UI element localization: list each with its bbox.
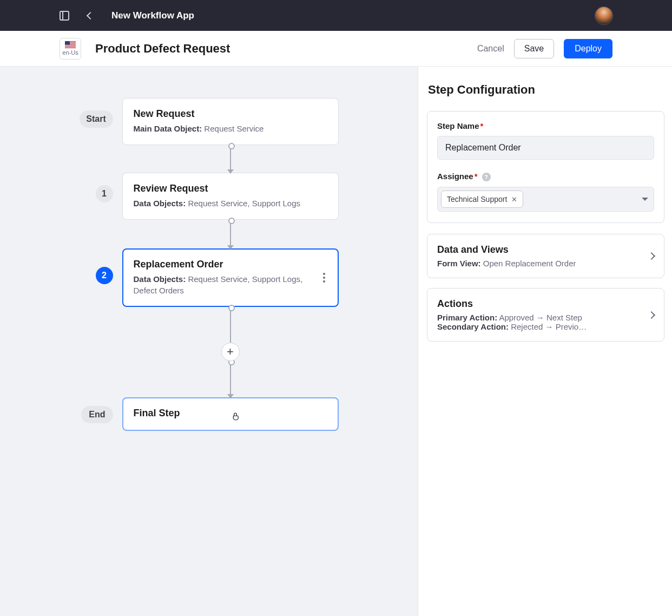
step-badge-1: 1: [96, 185, 113, 202]
card-subtitle: Data Objects: Request Service, Support L…: [134, 273, 317, 297]
nav-subtitle-secondary: Secondary Action: Rejected → Previo…: [437, 322, 649, 331]
us-flag-icon: [65, 41, 76, 48]
start-badge: Start: [80, 110, 113, 128]
remove-chip-icon[interactable]: ✕: [511, 195, 517, 204]
step-config-card: Step Name* Assignee* ? Technical Support…: [427, 111, 664, 223]
chevron-right-icon: [648, 311, 655, 318]
nav-title: Data and Views: [437, 244, 649, 255]
locale-selector[interactable]: en-Us: [60, 38, 81, 60]
locale-label: en-Us: [62, 49, 78, 56]
deploy-button[interactable]: Deploy: [564, 39, 612, 58]
add-step-button[interactable]: +: [221, 343, 240, 361]
workflow-canvas[interactable]: Start New Request Main Data Object: Requ…: [0, 67, 418, 616]
help-icon[interactable]: ?: [482, 173, 491, 181]
nav-subtitle-primary: Primary Action: Approved → Next Step: [437, 313, 649, 322]
card-title: Replacement Order: [134, 259, 317, 270]
save-button[interactable]: Save: [514, 39, 554, 58]
panel-title: Step Configuration: [428, 83, 664, 97]
panel-toggle-icon[interactable]: [60, 11, 69, 21]
cancel-link[interactable]: Cancel: [477, 44, 504, 54]
card-subtitle: Main Data Object: Request Service: [134, 123, 327, 135]
assignee-select[interactable]: Technical Support ✕: [437, 187, 654, 212]
back-chevron-icon[interactable]: [87, 11, 94, 19]
app-title: New Workflow App: [111, 10, 194, 21]
card-subtitle: Data Objects: Request Service, Support L…: [134, 198, 327, 209]
step-badge-2: 2: [96, 267, 113, 284]
dropdown-caret-icon: [642, 198, 648, 201]
step-name-input[interactable]: [437, 136, 654, 160]
app-header: New Workflow App: [0, 0, 672, 31]
workflow-card-step-2[interactable]: Replacement Order Data Objects: Request …: [122, 248, 339, 307]
chevron-right-icon: [648, 252, 655, 260]
step-configuration-panel: Step Configuration Step Name* Assignee* …: [418, 67, 672, 616]
page-toolbar: en-Us Product Defect Request Cancel Save…: [0, 31, 672, 67]
workflow-card-end[interactable]: Final Step: [122, 397, 339, 431]
end-badge: End: [81, 406, 113, 423]
step-name-label: Step Name*: [437, 121, 654, 130]
data-and-views-nav[interactable]: Data and Views Form View: Open Replaceme…: [427, 234, 664, 278]
workflow-card-start[interactable]: New Request Main Data Object: Request Se…: [122, 98, 339, 145]
workflow-card-step-1[interactable]: Review Request Data Objects: Request Ser…: [122, 173, 339, 220]
nav-title: Actions: [437, 298, 649, 310]
more-options-icon[interactable]: [321, 271, 327, 285]
page-title: Product Defect Request: [95, 42, 230, 56]
nav-subtitle: Form View: Open Replacement Order: [437, 259, 649, 268]
actions-nav[interactable]: Actions Primary Action: Approved → Next …: [427, 288, 664, 342]
card-title: New Request: [134, 108, 327, 120]
card-title: Review Request: [134, 183, 327, 194]
assignee-label: Assignee* ?: [437, 172, 654, 181]
card-title: Final Step: [134, 408, 327, 419]
assignee-chip: Technical Support ✕: [441, 191, 523, 208]
user-avatar[interactable]: [595, 7, 612, 24]
